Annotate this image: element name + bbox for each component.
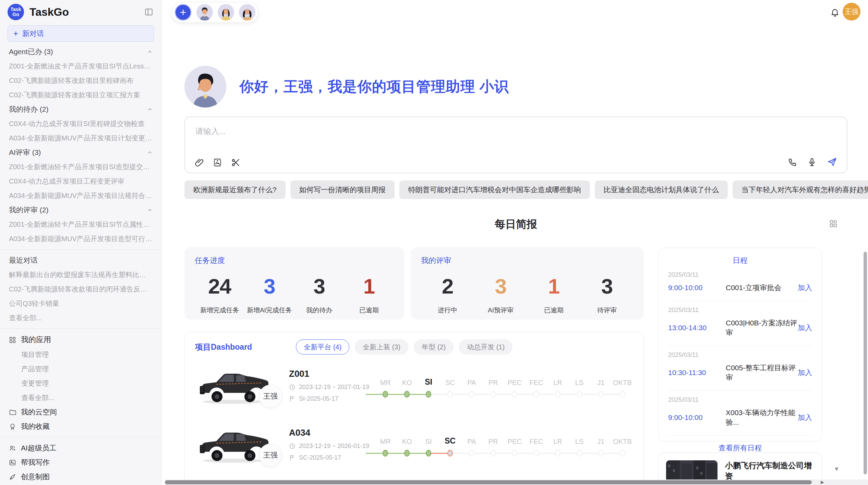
suggestion-chips: 欧洲新规最近颁布了什么? 如何写一份清晰的项目周报 特朗普可能对进口汽车增税会对…	[184, 181, 847, 199]
help-me-write-label: 帮我写作	[21, 458, 50, 467]
people-icon	[9, 445, 16, 452]
task-progress-title: 任务进度	[195, 256, 394, 266]
project-flag-text: SC-2025-05-17	[299, 454, 341, 461]
composer-right-tools	[788, 157, 837, 167]
project-car: 王强	[195, 365, 277, 406]
sidebar-item[interactable]: Z001-全新燃油轻卡产品开发项目SI节点属性5D文件评审	[0, 217, 161, 232]
suggestion-chip[interactable]: 当下年轻人对汽车外观有怎样的喜好趋势	[733, 181, 868, 199]
scroll-down-arrow[interactable]: ▼	[834, 466, 840, 473]
stat-label: 已逾期	[527, 306, 580, 315]
suggestion-chip[interactable]: 如何写一份清晰的项目周报	[290, 181, 395, 199]
app-item-change-mgmt[interactable]: 变更管理	[0, 376, 161, 390]
dashboard-tabs: 全新平台 (4) 全新上装 (3) 年型 (2) 动总开发 (1)	[296, 339, 513, 355]
stat-label: 新增AI完成任务	[244, 306, 294, 315]
sidebar-item[interactable]: Z001-全新燃油皮卡产品开发项目SI节点Lesson Learn报告	[0, 59, 161, 73]
sidebar-collapse-icon[interactable]	[144, 8, 153, 16]
vertical-scrollbar[interactable]	[864, 252, 867, 474]
ai-super-staff[interactable]: AI超级员工	[0, 441, 161, 455]
section-ai-review[interactable]: AI评审 (3)	[0, 145, 161, 160]
stat-in-progress: 2 进行中	[421, 274, 474, 315]
member-avatar-3[interactable]	[239, 4, 255, 21]
sidebar-item[interactable]: A034-全新新能源MUV产品开发项目造型可行性评审	[0, 232, 161, 246]
help-me-write[interactable]: 帮我写作	[0, 455, 161, 470]
join-button[interactable]: 加入	[798, 413, 812, 422]
schedule-date: 2025/03/11	[668, 271, 812, 278]
sidebar-item[interactable]: C02-飞腾新能源轻客改款项目里程碑画布	[0, 73, 161, 88]
my-apps-header[interactable]: 我的应用	[0, 332, 161, 347]
logo-text-top: Task	[11, 7, 21, 12]
medal-icon	[9, 423, 16, 430]
sidebar-item[interactable]: A034-全新新能源MUV产品开发项目法规符合性评审	[0, 188, 161, 203]
recent-chat-item[interactable]: 解释最新出台的欧盟报废车法规再生塑料比例被调至15%...	[0, 268, 161, 282]
flag-icon	[289, 396, 296, 402]
image-upload-icon[interactable]	[213, 158, 222, 167]
sidebar-item[interactable]: A034-全新新能源MUV产品开发项目计划变更表编写	[0, 131, 161, 145]
project-row-z001[interactable]: 王强 Z001 2023-12-19 ~ 2027-01-19 SI-2025-…	[195, 360, 633, 411]
stat-label: 进行中	[421, 306, 474, 315]
apps-grid-icon	[9, 336, 16, 344]
creative-drawing[interactable]: 创意制图	[0, 470, 161, 484]
stat-value: 24	[195, 274, 244, 298]
my-cloud-space[interactable]: 我的云空间	[0, 405, 161, 419]
tab-new-body[interactable]: 全新上装 (3)	[355, 339, 408, 355]
divider	[0, 328, 161, 329]
sidebar-item[interactable]: Z001-全新燃油轻卡产品开发项目SI造型提交物评审	[0, 160, 161, 174]
microphone-icon[interactable]	[807, 158, 817, 167]
recent-chat-item[interactable]: C02-飞腾新能源轻客改款项目的闭环通告反馈情况	[0, 282, 161, 296]
suggestion-chip[interactable]: 欧洲新规最近颁布了什么?	[184, 181, 286, 199]
new-chat-button[interactable]: + 新对话	[8, 25, 154, 42]
milestone-fec: FEC	[526, 434, 547, 457]
recent-chat-item[interactable]: 公司Q3轻卡销量	[0, 296, 161, 311]
section-agent-done[interactable]: Agent已办 (3)	[0, 45, 161, 59]
app-item-product-mgmt[interactable]: 产品管理	[0, 362, 161, 376]
my-favorites[interactable]: 我的收藏	[0, 419, 161, 434]
phone-call-icon[interactable]	[788, 158, 797, 167]
section-my-todo[interactable]: 我的待办 (2)	[0, 102, 161, 116]
tab-new-platform[interactable]: 全新平台 (4)	[296, 339, 349, 355]
tab-powertrain[interactable]: 动总开发 (1)	[459, 339, 513, 355]
layout-grid-icon[interactable]	[829, 219, 838, 228]
milestone-pr: PR	[482, 375, 504, 398]
app-title: TaskGo	[29, 6, 144, 18]
my-review-stats: 2 进行中 3 AI预评审 1 已逾期 3 待评审	[421, 274, 634, 315]
suggestion-chip[interactable]: 特朗普可能对进口汽车增税会对中国车企造成哪些影响	[399, 181, 590, 199]
user-avatar[interactable]: 王强	[843, 3, 860, 21]
schedule-date: 2025/03/11	[668, 307, 812, 314]
stat-pending-review: 3 待评审	[580, 274, 634, 315]
project-row-a034[interactable]: 王强 A034 2023-12-19 ~ 2026-01-19 SC-2025-…	[195, 419, 633, 470]
suggestion-chip[interactable]: 比亚迪全固态电池计划具体说了什么	[595, 181, 728, 199]
milestone-sc-current: SC	[439, 434, 461, 457]
join-button[interactable]: 加入	[798, 283, 812, 293]
section-title: Agent已办 (3)	[9, 47, 53, 57]
project-dates: 2023-12-19 ~ 2027-01-19	[289, 384, 375, 391]
sidebar-item[interactable]: C0X4-动力总成开发项目SI里程碑提交物检查	[0, 116, 161, 131]
attachment-icon[interactable]	[195, 158, 204, 167]
agent-switcher: +	[171, 2, 258, 23]
join-button[interactable]: 加入	[798, 323, 812, 333]
notifications-bell-icon[interactable]	[830, 8, 840, 17]
chat-composer[interactable]: 请输入...	[184, 116, 847, 173]
app-item-project-mgmt[interactable]: 项目管理	[0, 347, 161, 362]
schedule-event-name: C003|H0B-方案冻结评审	[726, 318, 798, 337]
assistant-avatar	[184, 66, 226, 108]
creative-drawing-label: 创意制图	[21, 472, 50, 482]
view-all-schedule-link[interactable]: 查看所有日程	[668, 443, 812, 453]
schedule-date: 2025/03/11	[668, 351, 812, 359]
milestone-pr: PR	[482, 434, 504, 457]
apps-view-all[interactable]: 查看全部...	[0, 390, 161, 405]
chevron-up-icon	[147, 207, 153, 213]
sidebar-item[interactable]: C0X4-动力总成开发项目工程变更评审	[0, 174, 161, 188]
section-my-review[interactable]: 我的评审 (2)	[0, 203, 161, 217]
scroll-right-arrow[interactable]: ▶	[821, 480, 824, 485]
tab-model-year[interactable]: 年型 (2)	[414, 339, 454, 355]
horizontal-scrollbar-thumb[interactable]	[165, 480, 812, 484]
member-avatar-1[interactable]	[196, 4, 213, 21]
add-agent-button[interactable]: +	[174, 4, 192, 21]
member-avatar-2[interactable]	[218, 4, 234, 21]
sidebar-item[interactable]: C02-飞腾新能源轻客改款项目立项汇报方案	[0, 88, 161, 102]
scissors-icon[interactable]	[231, 158, 240, 167]
send-icon[interactable]	[827, 157, 837, 167]
recent-view-all[interactable]: 查看全部...	[0, 311, 161, 325]
project-milestone-flag: SI-2025-05-17	[289, 395, 375, 402]
join-button[interactable]: 加入	[798, 368, 812, 377]
